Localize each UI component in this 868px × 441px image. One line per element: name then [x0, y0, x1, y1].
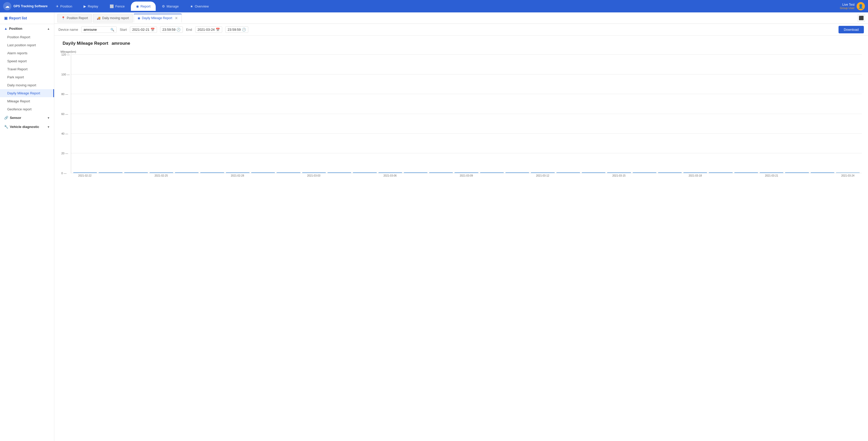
x-axis: 2021-02-222021-02-252021-02-282021-03-03… [71, 173, 862, 177]
overview-icon: ★ [190, 4, 193, 8]
report-tab-position-icon: 📍 [61, 16, 65, 20]
vehicle-section-label: Vehicle diagnostic [10, 125, 47, 129]
report-tab-daily-moving[interactable]: 🚚 Daily moving report [93, 14, 133, 23]
download-button[interactable]: Download [838, 26, 864, 33]
nav-tab-replay[interactable]: ▶ Replay [79, 2, 103, 11]
bar-group [226, 172, 250, 173]
report-tab-daily-mileage-label: Dayily Mileage Report [142, 16, 172, 20]
replay-icon: ▶ [84, 4, 86, 8]
x-label-2021-03-20 [734, 174, 758, 177]
bar-group [251, 172, 275, 173]
x-label-2021-03-09: 2021-03-09 [455, 174, 478, 177]
bar-group [582, 172, 606, 173]
bar-2021-03-05 [353, 172, 377, 173]
sidebar-item-mileage-report[interactable]: Mileage Report [0, 97, 54, 105]
sidebar-item-alarm-reports[interactable]: Alarm reports [0, 49, 54, 57]
x-label-2021-02-22: 2021-02-22 [73, 174, 97, 177]
position-section-arrow: ▲ [47, 27, 50, 30]
sidebar-section-position-header[interactable]: ▲ Position ▲ [0, 24, 54, 33]
end-date-input[interactable]: 2021-03-24 📅 [195, 26, 222, 33]
main-layout: ▣ Report list ▲ Position ▲ Position Repo… [0, 12, 868, 441]
bar-group [98, 172, 122, 173]
bar-2021-03-03 [302, 172, 326, 173]
end-time-input[interactable]: 23:59:59 🕐 [225, 26, 248, 33]
bar-2021-03-15 [607, 172, 631, 173]
bar-2021-02-25 [150, 172, 173, 173]
sidebar-title-icon: ▣ [4, 16, 7, 20]
bar-group [505, 172, 529, 173]
start-label: Start [120, 28, 127, 32]
sidebar-item-daily-mileage[interactable]: Dayily Mileage Report [0, 89, 54, 97]
bar-2021-03-17 [658, 172, 682, 173]
bar-2021-03-06 [378, 172, 402, 173]
content-area: 📍 Position Report 🚚 Daily moving report … [54, 12, 868, 441]
bars-area [71, 54, 862, 173]
x-label-2021-03-14 [582, 174, 606, 177]
report-tab-daily-mileage[interactable]: ◉ Dayily Mileage Report ✕ [134, 14, 182, 23]
filter-row: Device name 🔍 Start 2021-02-21 📅 23:59:5… [54, 24, 868, 36]
x-label-2021-03-02 [277, 174, 300, 177]
report-tab-position[interactable]: 📍 Position Report [57, 14, 92, 23]
sidebar-item-geofence-report[interactable]: Geofence report [0, 105, 54, 113]
user-name: Live Test [840, 3, 855, 6]
sidebar-item-daily-moving[interactable]: Daily moving report [0, 81, 54, 89]
x-label-2021-02-25: 2021-02-25 [149, 174, 173, 177]
x-label-2021-03-19 [709, 174, 733, 177]
sidebar-section-sensor-header[interactable]: 🔗 Sensor ▼ [0, 113, 54, 122]
bar-2021-02-28 [226, 172, 250, 173]
device-name-input[interactable] [84, 28, 110, 32]
x-label-2021-03-06: 2021-03-06 [378, 174, 402, 177]
nav-tab-report[interactable]: ◉ Report [131, 2, 156, 11]
bar-group [328, 172, 351, 173]
bar-chart-inner: 120 — 100 — 80 — 60 — 40 — [71, 54, 862, 173]
sidebar-item-park-report[interactable]: Park report [0, 73, 54, 81]
bar-group [709, 172, 733, 173]
sensor-section-label: Sensor [10, 116, 47, 120]
bar-group [73, 172, 97, 173]
sensor-section-arrow: ▼ [47, 116, 50, 119]
start-time-input[interactable]: 23:59:59 🕐 [160, 26, 183, 33]
sidebar-item-speed-report[interactable]: Speed report [0, 57, 54, 65]
start-time-value: 23:59:59 [162, 28, 176, 32]
x-label-2021-03-21: 2021-03-21 [760, 174, 783, 177]
close-tab-daily-mileage[interactable]: ✕ [175, 16, 178, 20]
x-label-2021-03-22 [785, 174, 809, 177]
nav-tab-manage-label: Manage [166, 4, 179, 8]
sidebar-item-travel-report[interactable]: Travel Report [0, 65, 54, 73]
nav-tab-fence-label: Fence [115, 4, 125, 8]
report-tab-position-label: Position Report [67, 16, 88, 20]
app-title: GPS Tracking Software [13, 4, 48, 8]
sidebar-item-last-position[interactable]: Last position report [0, 41, 54, 49]
report-tabs-row: 📍 Position Report 🚚 Daily moving report … [54, 12, 868, 24]
start-date-input[interactable]: 2021-02-21 📅 [130, 26, 157, 33]
bar-group [760, 172, 783, 173]
x-label-2021-03-01 [251, 174, 275, 177]
close-all-tabs-button[interactable]: ⬛ [858, 14, 865, 22]
bar-2021-02-24 [124, 172, 148, 173]
x-label-2021-03-08 [429, 174, 453, 177]
x-label-2021-03-24: 2021-03-24 [836, 174, 860, 177]
position-section-items: Position Report Last position report Ala… [0, 33, 54, 113]
sidebar-section-vehicle-header[interactable]: 🔧 Vehicle diagnostic ▼ [0, 122, 54, 131]
end-label: End [186, 28, 192, 32]
start-time-clock-icon: 🕐 [176, 28, 181, 32]
x-label-2021-03-16 [632, 174, 656, 177]
nav-tab-overview[interactable]: ★ Overview [185, 2, 214, 11]
end-time-value: 23:59:59 [227, 28, 241, 32]
bar-group [302, 172, 326, 173]
report-icon: ◉ [136, 4, 139, 8]
bar-2021-03-24 [836, 172, 860, 173]
x-label-2021-03-12: 2021-03-12 [531, 174, 555, 177]
bar-group [607, 172, 631, 173]
sidebar-item-position-report[interactable]: Position Report [0, 33, 54, 41]
avatar[interactable]: 👤 [857, 2, 865, 10]
report-tab-daily-moving-label: Daily moving report [102, 16, 129, 20]
bar-2021-03-02 [277, 172, 300, 173]
bar-2021-03-08 [429, 172, 453, 173]
nav-tab-position[interactable]: ✈ Position [51, 2, 78, 11]
nav-tab-fence[interactable]: ⬜ Fence [104, 2, 130, 11]
chart-device-name: amroune [112, 41, 130, 46]
position-section-label: Position [9, 27, 47, 31]
nav-tab-manage[interactable]: ⚙ Manage [157, 2, 184, 11]
end-time-clock-icon: 🕐 [242, 28, 246, 32]
